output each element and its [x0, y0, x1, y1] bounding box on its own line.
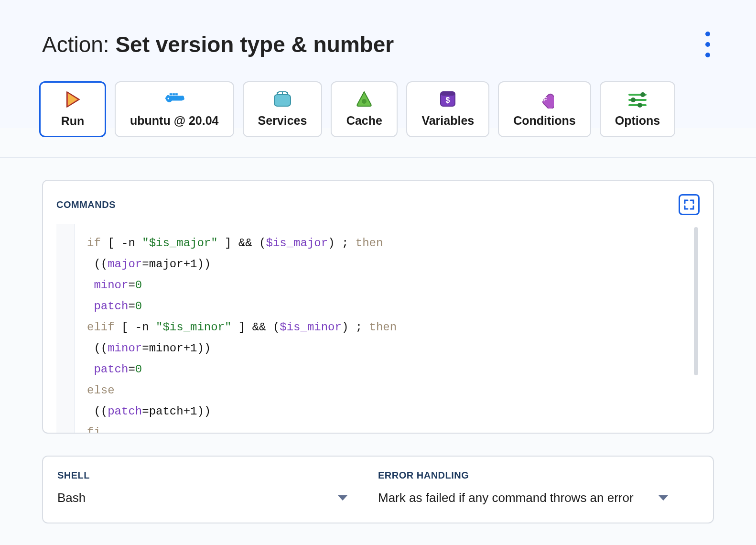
title-prefix: Action:: [42, 32, 115, 57]
code-gutter: [56, 224, 75, 433]
more-menu-button[interactable]: [702, 28, 714, 61]
cache-icon: [354, 89, 375, 109]
code-editor[interactable]: if [ -n "$is_major" ] && ($is_major) ; t…: [56, 224, 700, 433]
error-handling-field: ERROR HANDLING Mark as failed if any com…: [378, 470, 699, 505]
svg-text:IF: IF: [542, 96, 548, 103]
svg-point-14: [631, 98, 636, 102]
error-handling-select[interactable]: Mark as failed if any command throws an …: [378, 490, 699, 505]
docker-icon: [164, 89, 185, 109]
services-icon: [272, 89, 293, 109]
commands-card: COMMANDS if [ -n "$is_major" ] && ($is_m…: [42, 180, 714, 434]
play-icon: [62, 89, 83, 109]
svg-text:$: $: [446, 96, 450, 104]
shell-select[interactable]: Bash: [57, 490, 378, 505]
expand-icon: [684, 199, 694, 210]
tab-options[interactable]: Options: [600, 81, 675, 137]
svg-point-3: [167, 98, 169, 99]
svg-point-12: [640, 92, 645, 97]
tab-conditions[interactable]: IF Conditions: [498, 81, 591, 137]
commands-title: COMMANDS: [56, 199, 116, 210]
tab-image-label: ubuntu @ 20.04: [130, 114, 219, 128]
tab-run-label: Run: [61, 114, 85, 128]
title-name: Set version type & number: [115, 32, 394, 57]
tabs-row: Run ubuntu @ 20.04 Services Cache $ Vari…: [0, 61, 756, 137]
svg-rect-7: [441, 92, 455, 96]
svg-point-5: [362, 99, 367, 104]
error-handling-value: Mark as failed if any command throws an …: [378, 490, 634, 505]
tab-cache[interactable]: Cache: [331, 81, 398, 137]
error-handling-label: ERROR HANDLING: [378, 470, 699, 481]
conditions-icon: IF: [534, 89, 555, 109]
tab-variables[interactable]: $ Variables: [406, 81, 489, 137]
svg-rect-1: [173, 93, 175, 95]
tab-cache-label: Cache: [346, 114, 382, 128]
tab-run[interactable]: Run: [39, 81, 106, 137]
tab-image[interactable]: ubuntu @ 20.04: [115, 81, 234, 137]
options-icon: [627, 89, 648, 109]
tab-options-label: Options: [615, 114, 660, 128]
page-title: Action: Set version type & number: [42, 32, 394, 57]
svg-rect-4: [274, 95, 291, 106]
variables-icon: $: [437, 89, 458, 109]
shell-label: SHELL: [57, 470, 378, 481]
chevron-down-icon: [338, 495, 347, 501]
chevron-down-icon: [659, 495, 668, 501]
tab-conditions-label: Conditions: [513, 114, 576, 128]
code-content[interactable]: if [ -n "$is_major" ] && ($is_major) ; t…: [75, 224, 700, 433]
shell-value: Bash: [57, 490, 86, 505]
tab-services-label: Services: [258, 114, 307, 128]
svg-rect-0: [170, 93, 172, 95]
svg-point-16: [637, 103, 642, 108]
scrollbar[interactable]: [694, 227, 698, 375]
svg-rect-2: [175, 93, 177, 95]
expand-button[interactable]: [679, 194, 700, 215]
tab-services[interactable]: Services: [243, 81, 323, 137]
tab-variables-label: Variables: [421, 114, 474, 128]
shell-field: SHELL Bash: [57, 470, 378, 505]
